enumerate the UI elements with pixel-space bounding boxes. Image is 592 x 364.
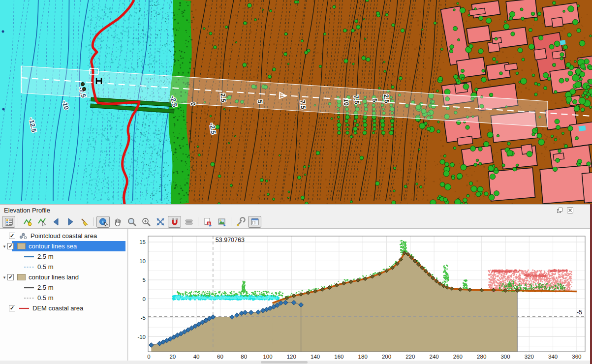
export-image-icon [217,217,227,227]
settings-icon [236,217,246,227]
svg-text:300: 300 [500,354,510,360]
panel-title-bar: Elevation Profile [0,205,592,215]
svg-text:7.5: 7.5 [299,100,307,109]
export-image-button[interactable] [215,216,228,228]
svg-text:80: 80 [241,354,247,360]
layer-label: 2.5 m [37,284,54,291]
cursor-distance-label: 53.970763 [216,237,245,243]
line-swatch [24,285,34,290]
close-icon[interactable] [566,206,574,214]
fill-swatch [17,243,26,249]
zoom-full-button[interactable] [125,216,138,228]
expander-spacer [1,305,7,311]
expander-spacer [1,285,7,291]
horizontal-scrollbar[interactable] [0,361,592,364]
layer-tree-item[interactable]: ▾✓contour lines sea [0,241,127,251]
dock-button[interactable] [248,216,261,228]
map-canvas[interactable]: -12.5-10-7.5-2.5-2.502.557.5107.552.5 [0,0,592,204]
layer-tree-item[interactable]: ▾✓contour lines land [0,272,127,282]
svg-text:-10: -10 [137,334,146,340]
zoom-in-icon [141,217,151,227]
profile-plot: 0204060801001201401601802002202402602803… [128,229,590,362]
svg-text:160: 160 [334,354,343,360]
settings-button[interactable] [234,216,247,228]
toggle-layer-tree-button[interactable] [2,216,15,228]
export-pdf-icon: A [203,217,213,227]
layer-label: contour lines sea [29,243,77,250]
svg-text:220: 220 [405,354,415,360]
expander-spacer [1,233,7,239]
svg-text:7.5: 7.5 [352,95,361,104]
svg-text:10: 10 [139,258,146,264]
layer-tree-item[interactable]: 0.5 m [0,262,127,272]
float-icon[interactable] [556,206,564,214]
elevation-profile-panel: Elevation Profile iA ✓Pointcloud coastal… [0,204,592,364]
toolbar-separator [231,217,231,226]
layer-checkbox[interactable]: ✓ [7,243,14,249]
layer-checkbox[interactable]: ✓ [7,274,14,280]
identify-features-button[interactable]: i [96,216,110,228]
layer-checkbox[interactable]: ✓ [9,233,15,239]
layer-tree-item[interactable]: 2.5 m [0,282,127,293]
svg-text:5: 5 [256,99,264,104]
svg-text:0: 0 [143,296,146,302]
nudge-left-icon [51,217,61,227]
expander-spacer [1,254,7,260]
svg-text:5: 5 [143,277,146,283]
svg-text:180: 180 [358,354,368,360]
fill-swatch [17,274,26,280]
layer-label: 0.5 m [37,294,54,302]
elevation-profile-chart[interactable]: 0204060801001201401601802002202402602803… [128,229,590,362]
zoom-to-extent-button[interactable] [154,216,167,228]
profile-toolbar: iA [0,215,592,228]
capture-curve-button[interactable] [21,216,34,228]
layer-tree-item[interactable]: ✓DEM coastal area [0,303,127,313]
scrollbar-handle[interactable] [261,361,308,364]
toolbar-separator [93,217,94,226]
svg-text:-5: -5 [141,315,146,321]
svg-text:320: 320 [525,354,534,360]
pan-button[interactable] [111,216,124,228]
dashed-line-swatch [24,296,34,301]
capture-curve-from-feature-icon [37,217,47,227]
svg-text:340: 340 [548,354,558,360]
snapping-icon [170,217,180,227]
svg-text:100: 100 [263,354,272,360]
expander-icon[interactable]: ▾ [1,274,7,280]
svg-text:260: 260 [453,354,463,360]
line-swatch [24,254,34,259]
dock-icon [250,217,260,227]
layer-tree-item[interactable]: 2.5 m [0,251,127,262]
nudge-left-button[interactable] [49,216,62,228]
layer-label: DEM coastal area [32,304,83,312]
capture-curve-from-feature-button[interactable] [35,216,48,228]
pan-icon [113,217,123,227]
panel-title: Elevation Profile [4,207,50,214]
layer-checkbox[interactable]: ✓ [9,305,15,311]
svg-text:2.5: 2.5 [219,93,227,102]
clear-button[interactable] [78,216,91,228]
nudge-right-icon [65,217,75,227]
zoom-to-extent-icon [156,217,165,227]
toggle-layer-tree-icon [4,217,14,227]
expander-spacer [1,264,7,270]
export-pdf-button[interactable]: A [201,216,214,228]
layer-tree-item[interactable]: 0.5 m [0,293,127,303]
svg-text:-2.5: -2.5 [208,122,217,134]
zoom-in-button[interactable] [139,216,153,228]
svg-text:360: 360 [572,354,581,360]
measure-distances-button[interactable] [182,216,195,228]
layer-tree[interactable]: ✓Pointcloud coastal area▾✓contour lines … [0,229,127,362]
window-edge [590,204,592,364]
layer-label: 0.5 m [37,263,54,271]
line-swatch [19,306,30,311]
svg-text:i: i [102,219,103,224]
capture-curve-icon [23,217,32,227]
nudge-right-button[interactable] [63,216,77,228]
svg-text:0: 0 [147,354,150,360]
dashed-line-swatch [24,265,34,270]
expander-icon[interactable]: ▾ [1,243,7,249]
layer-tree-item[interactable]: ✓Pointcloud coastal area [0,231,127,241]
snapping-button[interactable] [168,216,181,228]
layer-label: 2.5 m [37,253,54,260]
